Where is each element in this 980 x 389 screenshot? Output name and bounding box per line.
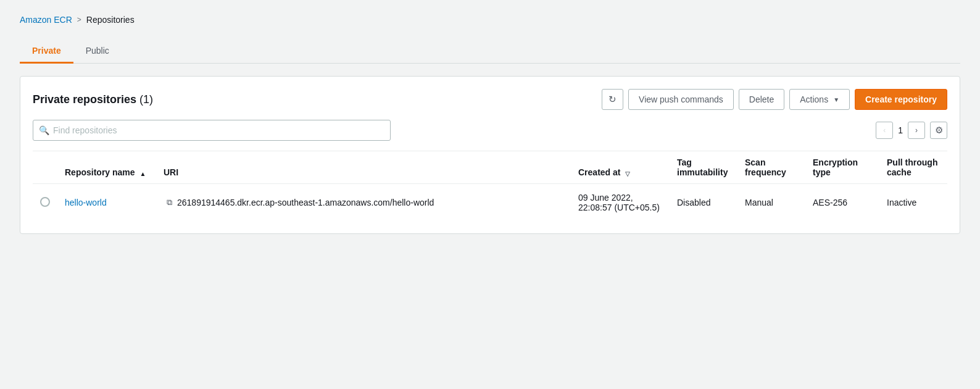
col-header-scan: Scan frequency [737, 151, 805, 184]
filter-icon: ▽ [625, 170, 630, 177]
tab-private[interactable]: Private [20, 40, 73, 64]
tab-public[interactable]: Public [73, 40, 122, 64]
refresh-button[interactable]: ↻ [602, 89, 623, 110]
row-immutability-cell: Disabled [670, 184, 737, 222]
breadcrumb-ecr-link[interactable]: Amazon ECR [20, 15, 72, 25]
col-header-pull: Pull through cache [879, 151, 947, 184]
pagination-prev-button[interactable]: ‹ [876, 122, 893, 139]
pagination-controls: ‹ 1 › ⚙ [876, 122, 947, 139]
row-encryption-cell: AES-256 [805, 184, 879, 222]
col-header-created[interactable]: Created at ▽ [571, 151, 670, 184]
main-panel: Private repositories (1) ↻ View push com… [20, 76, 960, 234]
pagination-next-button[interactable]: › [908, 122, 925, 139]
row-scan-cell: Manual [737, 184, 805, 222]
view-push-commands-button[interactable]: View push commands [628, 89, 734, 110]
panel-title-count: (1) [139, 93, 153, 106]
col-header-checkbox [33, 151, 57, 184]
breadcrumb-separator: > [77, 15, 81, 24]
tabs-container: Private Public [20, 40, 960, 64]
pagination-page-number: 1 [898, 125, 903, 135]
col-header-encryption: Encryption type [805, 151, 879, 184]
pagination-settings-button[interactable]: ⚙ [930, 122, 947, 139]
search-row: 🔍 ‹ 1 › ⚙ [33, 120, 947, 141]
col-header-immutability: Tag immutability [670, 151, 737, 184]
search-wrapper: 🔍 [33, 120, 391, 141]
create-repository-button[interactable]: Create repository [855, 89, 947, 110]
chevron-right-icon: › [915, 126, 918, 135]
repository-uri: 261891914465.dkr.ecr.ap-southeast-1.amaz… [177, 198, 434, 207]
delete-button[interactable]: Delete [739, 89, 784, 110]
refresh-icon: ↻ [608, 94, 617, 105]
search-icon: 🔍 [39, 125, 49, 135]
chevron-left-icon: ‹ [883, 126, 886, 135]
actions-button[interactable]: Actions ▼ [789, 89, 850, 110]
settings-icon: ⚙ [935, 125, 943, 136]
row-uri-cell: ⧉ 261891914465.dkr.ecr.ap-southeast-1.am… [156, 184, 571, 222]
actions-dropdown-icon: ▼ [833, 96, 839, 103]
col-header-uri: URI [156, 151, 571, 184]
copy-uri-icon[interactable]: ⧉ [164, 197, 175, 208]
table-row: hello-world ⧉ 261891914465.dkr.ecr.ap-so… [33, 184, 947, 222]
row-pull-cell: Inactive [879, 184, 947, 222]
search-input[interactable] [33, 120, 391, 141]
repository-name-link[interactable]: hello-world [65, 198, 107, 207]
row-created-cell: 09 June 2022, 22:08:57 (UTC+05.5) [571, 184, 670, 222]
breadcrumb-current: Repositories [86, 15, 135, 25]
col-header-name[interactable]: Repository name ▲ [57, 151, 156, 184]
panel-header: Private repositories (1) ↻ View push com… [33, 89, 947, 110]
row-radio-button[interactable] [40, 197, 50, 207]
row-name-cell: hello-world [57, 184, 156, 222]
repositories-table: Repository name ▲ URI Created at ▽ [33, 151, 947, 221]
panel-title: Private repositories (1) [33, 93, 153, 106]
row-checkbox-cell[interactable] [33, 184, 57, 222]
sort-asc-icon: ▲ [140, 170, 146, 177]
breadcrumb: Amazon ECR > Repositories [20, 15, 960, 25]
panel-actions: ↻ View push commands Delete Actions ▼ Cr… [602, 89, 947, 110]
